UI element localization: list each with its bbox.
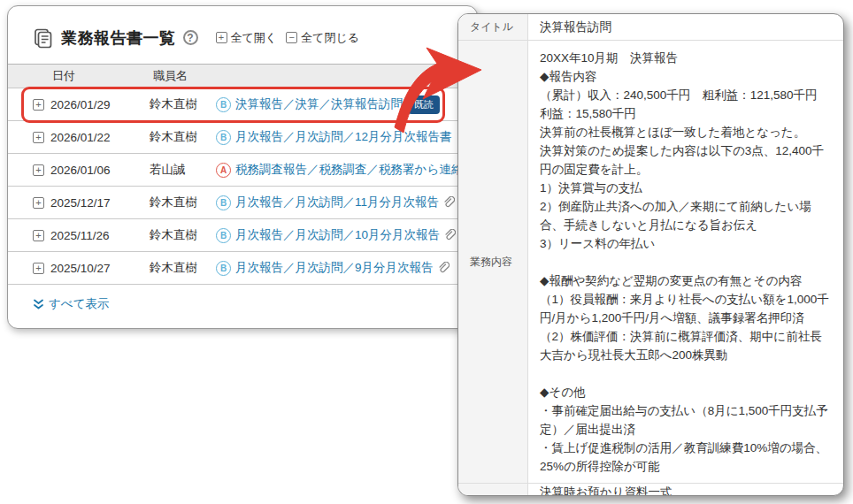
table-row: + 2026/01/06 若山誠 A 税務調査報告／税務調査／税務署から連絡 [8,154,477,187]
read-status-badge: 既読 [408,95,440,114]
expand-row-icon[interactable]: + [33,99,44,111]
detail-title-section: タイトル 決算報告訪問 [458,14,843,41]
detail-content-label: 業務内容 [458,41,528,483]
table-row: + 2025/11/26 鈴木直樹 B 月次報告／月次訪問／10月分月次報告 [8,219,477,252]
row-staff-name: 若山誠 [150,162,216,178]
detail-return-section: 返却資料 決算時お預かり資料一式 決算報告書・CDR [458,484,843,496]
minus-square-icon: − [286,32,297,43]
report-list-card: 業務報告書一覧 ? + 全て開く − 全て閉じる 日付 職員名 + 2026/0… [7,5,478,329]
row-staff-name: 鈴木直樹 [150,195,216,210]
row-date: 2026/01/29 [50,98,150,111]
double-chevron-down-icon [33,298,44,310]
report-detail-panel: タイトル 決算報告訪問 業務内容 20XX年10月期 決算報告 ◆報告内容 （累… [457,13,844,496]
detail-return-text: 決算時お預かり資料一式 決算報告書・CDR [528,484,843,496]
page-title: 業務報告書一覧 [61,27,176,49]
row-date: 2025/10/27 [50,262,150,275]
row-date: 2026/01/22 [50,131,150,144]
expand-row-icon[interactable]: + [33,132,44,143]
report-link[interactable]: 月次報告／月次訪問／12月分月次報告書 [235,129,452,145]
show-all-label: すべて表示 [49,296,109,312]
table-row: + 2026/01/29 鈴木直樹 B 決算報告／決算／決算報告訪問 既読 [8,88,477,121]
open-all-button[interactable]: + 全て開く [216,30,278,46]
table-row: + 2025/10/27 鈴木直樹 B 月次報告／月次訪問／9月分月次報告 [8,252,477,285]
table-row: + 2025/12/17 鈴木直樹 B 月次報告／月次訪問／11月分月次報告 [8,187,477,219]
paperclip-icon [437,262,450,274]
show-all-link[interactable]: すべて表示 [33,296,109,312]
list-header: 業務報告書一覧 ? + 全て開く − 全て閉じる [8,6,477,65]
close-all-button[interactable]: − 全て閉じる [286,30,359,46]
report-link[interactable]: 税務調査報告／税務調査／税務署から連絡 [235,162,463,178]
row-staff-name: 鈴木直樹 [150,96,216,112]
paperclip-icon [442,196,455,209]
plus-square-icon: + [216,32,227,43]
detail-title-value: 決算報告訪問 [528,14,843,40]
category-a-badge: A [216,163,231,178]
row-staff-name: 鈴木直樹 [150,227,216,243]
detail-title-label: タイトル [458,14,528,40]
report-link[interactable]: 決算報告／決算／決算報告訪問 [235,96,403,112]
expand-row-icon[interactable]: + [33,164,44,176]
report-link[interactable]: 月次報告／月次訪問／9月分月次報告 [235,260,434,276]
detail-content-section: 業務内容 20XX年10月期 決算報告 ◆報告内容 （累計）収入：240,500… [458,41,843,484]
report-document-icon [33,27,54,49]
column-header-date: 日付 [52,68,75,84]
close-all-label: 全て閉じる [301,30,359,46]
expand-row-icon[interactable]: + [33,230,44,241]
paperclip-icon [443,229,456,241]
table-row: + 2026/01/22 鈴木直樹 B 月次報告／月次訪問／12月分月次報告書 [8,121,477,154]
table-header: 日付 職員名 [8,65,477,88]
category-b-badge: B [216,195,231,210]
help-icon[interactable]: ? [183,30,198,45]
row-date: 2026/01/06 [50,164,150,177]
row-date: 2025/11/26 [50,229,150,242]
row-staff-name: 鈴木直樹 [150,129,216,145]
open-all-label: 全て開く [231,30,278,46]
expand-row-icon[interactable]: + [33,197,44,209]
category-b-badge: B [216,261,231,276]
detail-return-label: 返却資料 [458,484,528,496]
category-b-badge: B [216,130,231,145]
category-b-badge: B [216,228,231,243]
row-date: 2025/12/17 [50,196,150,210]
screen: 業務報告書一覧 ? + 全て開く − 全て閉じる 日付 職員名 + 2026/0… [0,0,853,504]
column-header-staff: 職員名 [153,68,188,84]
report-link[interactable]: 月次報告／月次訪問／10月分月次報告 [235,227,440,243]
category-b-badge: B [216,97,231,112]
report-link[interactable]: 月次報告／月次訪問／11月分月次報告 [235,195,439,210]
detail-content-text: 20XX年10月期 決算報告 ◆報告内容 （累計）収入：240,500千円 粗利… [528,41,843,483]
row-staff-name: 鈴木直樹 [150,260,216,276]
expand-row-icon[interactable]: + [33,263,44,274]
